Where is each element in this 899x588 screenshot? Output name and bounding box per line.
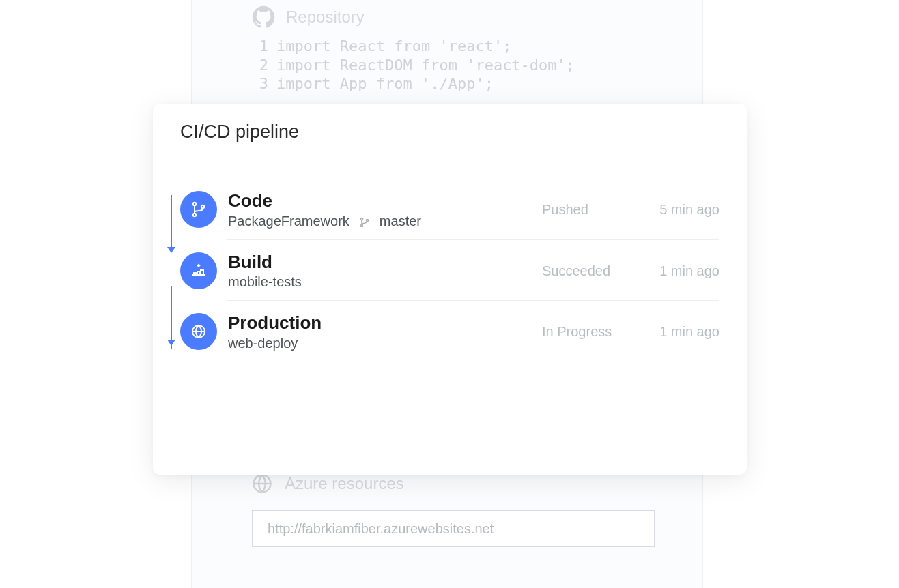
branch-icon	[180, 191, 217, 228]
pipeline-stages: Code PackageFramework master Pushed 5 mi…	[153, 158, 747, 362]
pipeline-card: CI/CD pipeline Code PackageFramework mas	[153, 104, 747, 475]
resource-url-box[interactable]: http://fabrkiamfiber.azurewebsites.net	[252, 510, 655, 547]
card-title: CI/CD pipeline	[153, 104, 747, 158]
stage-title: Code	[228, 191, 542, 211]
code-line: 3import App from './App';	[252, 74, 702, 93]
svg-point-6	[366, 219, 368, 221]
stage-status: Pushed	[542, 202, 638, 218]
stage-connector	[171, 195, 172, 248]
code-preview: 1import React from 'react'; 2import Reac…	[192, 37, 702, 93]
azure-resources-header: Azure resources	[252, 473, 702, 494]
svg-point-4	[360, 218, 362, 220]
stage-time: 5 min ago	[638, 202, 719, 218]
globe-icon	[252, 473, 272, 494]
repository-header: Repository	[192, 5, 702, 37]
svg-point-2	[193, 214, 196, 216]
stage-branch: master	[380, 214, 421, 229]
stage-status: Succeeded	[542, 263, 638, 279]
connector-arrow-icon	[167, 247, 175, 253]
stage-code[interactable]: Code PackageFramework master Pushed 5 mi…	[180, 191, 719, 240]
azure-resources-section: Azure resources http://fabrkiamfiber.azu…	[192, 473, 702, 547]
stage-subtitle: mobile-tests	[228, 274, 302, 290]
git-branch-icon	[359, 216, 370, 226]
build-icon	[180, 252, 217, 289]
stage-status: In Progress	[542, 324, 638, 340]
github-icon	[252, 5, 275, 29]
svg-point-5	[360, 224, 362, 226]
stage-title: Production	[228, 313, 542, 333]
stage-build[interactable]: Build mobile-tests Succeeded 1 min ago	[180, 252, 719, 302]
stage-time: 1 min ago	[638, 324, 719, 340]
stage-production[interactable]: Production web-deploy In Progress 1 min …	[180, 313, 719, 362]
svg-point-1	[193, 203, 196, 205]
repository-title: Repository	[286, 8, 365, 27]
azure-resources-title: Azure resources	[285, 474, 404, 493]
code-line: 1import React from 'react';	[252, 37, 702, 56]
stage-subtitle: web-deploy	[228, 336, 298, 351]
stage-title: Build	[228, 252, 542, 272]
stage-subtitle: PackageFramework	[228, 214, 349, 229]
code-line: 2import ReactDOM from 'react-dom';	[252, 56, 702, 75]
resource-url-text: http://fabrkiamfiber.azurewebsites.net	[268, 521, 494, 537]
stage-time: 1 min ago	[638, 263, 719, 279]
connector-arrow-icon	[167, 340, 175, 346]
svg-point-3	[201, 205, 204, 208]
globe-icon	[180, 313, 217, 350]
